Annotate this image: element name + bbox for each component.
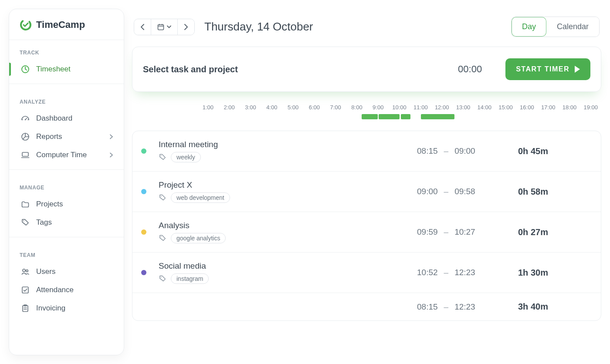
svg-rect-16 bbox=[158, 24, 164, 30]
nav-divider bbox=[9, 237, 124, 237]
tag-icon bbox=[159, 234, 166, 242]
clipboard-icon bbox=[20, 303, 30, 313]
ruler-tick: 1:00 bbox=[197, 104, 219, 111]
users-icon bbox=[20, 267, 30, 276]
tag-icon bbox=[159, 275, 166, 283]
ruler-tick: 3:00 bbox=[240, 104, 261, 111]
total-end: 12:23 bbox=[454, 302, 475, 312]
entry-color-dot bbox=[141, 229, 146, 235]
entry-tag-row: instagram bbox=[159, 273, 412, 284]
entry-duration: 0h 58m bbox=[518, 187, 592, 197]
sidebar: TimeCamp TRACKTimesheetANALYZEDashboardR… bbox=[9, 9, 124, 355]
sidebar-item-label: Tags bbox=[36, 218, 52, 227]
entry-time-range: 08:15–09:00 bbox=[417, 146, 513, 156]
play-icon bbox=[575, 66, 580, 73]
entry-start-time: 10:52 bbox=[417, 268, 438, 277]
sidebar-item-users[interactable]: Users bbox=[9, 263, 124, 281]
svg-point-10 bbox=[26, 270, 28, 272]
time-entries-total: 08:15–12:233h 40m bbox=[132, 293, 601, 320]
ruler-tick: 9:00 bbox=[367, 104, 389, 111]
view-calendar-button[interactable]: Calendar bbox=[546, 17, 599, 37]
total-time-range: 08:15–12:23 bbox=[417, 302, 513, 312]
entry-start-time: 08:15 bbox=[417, 146, 438, 156]
ruler-tick: 7:00 bbox=[325, 104, 346, 111]
next-day-button[interactable] bbox=[177, 19, 194, 35]
chevron-down-icon bbox=[167, 25, 171, 29]
nav-divider bbox=[9, 84, 124, 84]
entry-tag[interactable]: instagram bbox=[171, 273, 209, 284]
svg-point-23 bbox=[161, 277, 162, 278]
ruler-span bbox=[362, 114, 378, 119]
dash: – bbox=[444, 187, 449, 196]
sidebar-item-dashboard[interactable]: Dashboard bbox=[9, 109, 124, 128]
sidebar-item-timesheet[interactable]: Timesheet bbox=[9, 60, 124, 78]
time-entries-list: Internal meetingweekly08:15–09:000h 45mP… bbox=[132, 131, 601, 321]
nav-section-title: ANALYZE bbox=[9, 89, 124, 109]
timeline-ruler: 1:002:003:004:005:006:007:008:009:0010:0… bbox=[132, 100, 601, 131]
ruler-tick: 5:00 bbox=[282, 104, 304, 111]
entry-color-dot bbox=[141, 270, 146, 275]
sidebar-item-label: Computer Time bbox=[36, 151, 87, 159]
date-picker-button[interactable] bbox=[151, 19, 177, 35]
ruler-span bbox=[379, 114, 400, 119]
entry-duration: 1h 30m bbox=[518, 268, 592, 278]
sidebar-item-tags[interactable]: Tags bbox=[9, 213, 124, 232]
start-timer-label: START TIMER bbox=[516, 65, 569, 73]
sidebar-item-label: Dashboard bbox=[36, 114, 72, 123]
sidebar-item-projects[interactable]: Projects bbox=[9, 195, 124, 213]
entry-title-area: Project Xweb development bbox=[159, 180, 412, 203]
entry-duration: 0h 45m bbox=[518, 146, 592, 156]
sidebar-item-reports[interactable]: Reports bbox=[9, 128, 124, 146]
svg-point-8 bbox=[23, 220, 24, 221]
chevron-left-icon bbox=[140, 24, 145, 30]
time-entry-row[interactable]: Analysisgoogle analytics09:59–10:270h 27… bbox=[132, 212, 601, 253]
dash: – bbox=[444, 227, 449, 237]
entry-title: Internal meeting bbox=[159, 140, 412, 149]
ruler-tick: 15:00 bbox=[495, 104, 516, 111]
topbar: Thursday, 14 October Day Calendar bbox=[132, 9, 601, 47]
sidebar-item-label: Attendance bbox=[36, 286, 74, 294]
laptop-icon bbox=[20, 150, 30, 160]
sidebar-item-label: Users bbox=[36, 267, 55, 276]
svg-point-22 bbox=[161, 236, 162, 237]
tag-icon bbox=[159, 194, 166, 202]
tag-icon bbox=[20, 218, 30, 227]
start-timer-button[interactable]: START TIMER bbox=[505, 58, 590, 80]
entry-tag[interactable]: web development bbox=[171, 192, 230, 203]
nav-section-title: TEAM bbox=[9, 243, 124, 263]
entry-tag-row: google analytics bbox=[159, 233, 412, 243]
time-entry-row[interactable]: Social mediainstagram10:52–12:231h 30m bbox=[132, 253, 601, 293]
entry-end-time: 12:23 bbox=[454, 268, 475, 277]
ruler-tick: 16:00 bbox=[516, 104, 538, 111]
task-project-input[interactable]: Select task and project bbox=[143, 64, 238, 74]
entry-start-time: 09:59 bbox=[417, 227, 438, 237]
tag-icon bbox=[159, 153, 166, 161]
ruler-tick: 12:00 bbox=[431, 104, 453, 111]
prev-day-button[interactable] bbox=[134, 19, 151, 35]
calendar-icon bbox=[157, 24, 164, 30]
svg-point-21 bbox=[161, 196, 162, 197]
brand-logo-icon bbox=[20, 19, 32, 31]
brand-name: TimeCamp bbox=[36, 19, 85, 30]
ruler-span bbox=[401, 114, 410, 119]
sidebar-item-computer-time[interactable]: Computer Time bbox=[9, 146, 124, 164]
ruler-tick: 18:00 bbox=[559, 104, 580, 111]
time-entry-row[interactable]: Internal meetingweekly08:15–09:000h 45m bbox=[132, 131, 601, 172]
view-toggle: Day Calendar bbox=[511, 17, 600, 37]
ruler-tick: 11:00 bbox=[410, 104, 431, 111]
entry-tag[interactable]: google analytics bbox=[171, 233, 226, 243]
ruler-tick: 14:00 bbox=[474, 104, 495, 111]
sidebar-item-invoicing[interactable]: Invoicing bbox=[9, 299, 124, 317]
current-date: Thursday, 14 October bbox=[204, 20, 313, 34]
entry-start-time: 09:00 bbox=[417, 187, 438, 196]
view-day-button[interactable]: Day bbox=[512, 17, 546, 37]
ruler-span bbox=[421, 114, 454, 119]
chevron-right-icon bbox=[109, 134, 113, 139]
entry-tag[interactable]: weekly bbox=[171, 152, 201, 162]
entry-duration: 0h 27m bbox=[518, 227, 592, 237]
entry-title-area: Internal meetingweekly bbox=[159, 140, 412, 162]
sidebar-item-attendance[interactable]: Attendance bbox=[9, 281, 124, 299]
time-entry-row[interactable]: Project Xweb development09:00–09:580h 58… bbox=[132, 172, 601, 212]
folder-icon bbox=[20, 199, 30, 209]
entry-tag-row: weekly bbox=[159, 152, 412, 162]
